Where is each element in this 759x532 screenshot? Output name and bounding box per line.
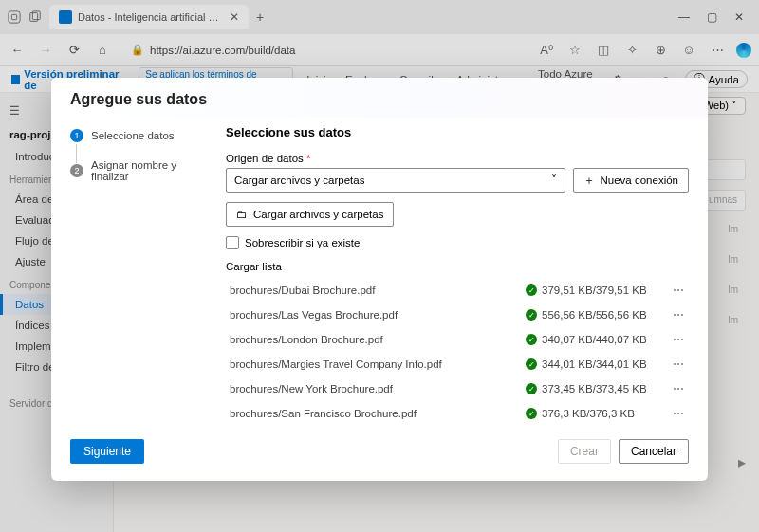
success-icon: ✓ xyxy=(526,358,537,370)
panel-title: Seleccione sus datos xyxy=(226,125,689,139)
step-label: Asignar nombre y finalizar xyxy=(91,159,203,182)
datasource-select[interactable]: Cargar archivos y carpetas ˅ xyxy=(226,168,565,193)
wizard-step-1[interactable]: 1 Seleccione datos xyxy=(70,129,203,142)
upload-row: brochures/Margies Travel Company Info.pd… xyxy=(226,352,689,376)
cancel-button[interactable]: Cancelar xyxy=(619,439,689,464)
success-icon: ✓ xyxy=(526,309,537,321)
upload-filename: brochures/San Francisco Brochure.pdf xyxy=(226,408,526,419)
chevron-down-icon: ˅ xyxy=(551,174,557,187)
success-icon: ✓ xyxy=(526,408,537,419)
plus-icon: ＋ xyxy=(583,174,595,188)
row-more-icon[interactable]: ⋯ xyxy=(668,284,689,297)
upload-filename: brochures/New York Brochure.pdf xyxy=(226,383,526,394)
overwrite-label: Sobrescribir si ya existe xyxy=(245,237,360,248)
row-more-icon[interactable]: ⋯ xyxy=(668,358,689,371)
next-button[interactable]: Siguiente xyxy=(70,439,144,464)
upload-status: ✓376,3 KB/376,3 KB xyxy=(526,408,668,419)
step-label: Seleccione datos xyxy=(91,130,175,141)
panel: Seleccione sus datos Origen de datos Car… xyxy=(226,121,689,426)
wizard-steps: 1 Seleccione datos 2 Asignar nombre y fi… xyxy=(70,121,203,426)
upload-filename: brochures/London Brochure.pdf xyxy=(226,334,526,345)
row-more-icon[interactable]: ⋯ xyxy=(668,382,689,395)
upload-filename: brochures/Dubai Brochure.pdf xyxy=(226,284,526,296)
upload-status: ✓379,51 KB/379,51 KB xyxy=(526,284,668,296)
upload-row: brochures/San Francisco Brochure.pdf✓376… xyxy=(226,401,689,426)
success-icon: ✓ xyxy=(526,284,537,296)
overwrite-checkbox[interactable]: Sobrescribir si ya existe xyxy=(226,236,689,249)
upload-row: brochures/London Brochure.pdf✓340,07 KB/… xyxy=(226,327,689,352)
row-more-icon[interactable]: ⋯ xyxy=(668,407,689,420)
upload-row: brochures/Dubai Brochure.pdf✓379,51 KB/3… xyxy=(226,278,689,303)
new-connection-button[interactable]: ＋ Nueva conexión xyxy=(573,168,689,193)
modal-title: Agregue sus datos xyxy=(51,78,708,118)
upload-status: ✓556,56 KB/556,56 KB xyxy=(526,309,668,321)
upload-list-header: Cargar lista xyxy=(226,261,689,272)
row-more-icon[interactable]: ⋯ xyxy=(668,308,689,321)
upload-files-button[interactable]: 🗀 Cargar archivos y carpetas xyxy=(226,202,394,227)
upload-status: ✓340,07 KB/440,07 KB xyxy=(526,334,668,345)
upload-row: brochures/Las Vegas Brochure.pdf✓556,56 … xyxy=(226,303,689,327)
modal-footer: Siguiente Crear Cancelar xyxy=(51,426,708,481)
checkbox-box xyxy=(226,236,239,249)
upload-list: brochures/Dubai Brochure.pdf✓379,51 KB/3… xyxy=(226,278,689,426)
step-number-icon: 1 xyxy=(70,129,83,142)
upload-row: brochures/New York Brochure.pdf✓373,45 K… xyxy=(226,376,689,401)
step-number-icon: 2 xyxy=(70,164,83,177)
add-data-modal: Agregue sus datos 1 Seleccione datos 2 A… xyxy=(51,78,708,481)
row-more-icon[interactable]: ⋯ xyxy=(668,333,689,346)
upload-filename: brochures/Margies Travel Company Info.pd… xyxy=(226,358,526,370)
success-icon: ✓ xyxy=(526,334,537,345)
upload-status: ✓344,01 KB/344,01 KB xyxy=(526,358,668,370)
upload-status: ✓373,45 KB/373,45 KB xyxy=(526,383,668,394)
success-icon: ✓ xyxy=(526,383,537,394)
upload-filename: brochures/Las Vegas Brochure.pdf xyxy=(226,309,526,321)
folder-icon: 🗀 xyxy=(236,209,248,220)
create-button: Crear xyxy=(558,439,611,464)
wizard-step-2[interactable]: 2 Asignar nombre y finalizar xyxy=(70,159,203,182)
modal-overlay: Agregue sus datos 1 Seleccione datos 2 A… xyxy=(0,0,759,532)
datasource-label: Origen de datos xyxy=(226,153,689,164)
select-value: Cargar archivos y carpetas xyxy=(234,174,364,186)
